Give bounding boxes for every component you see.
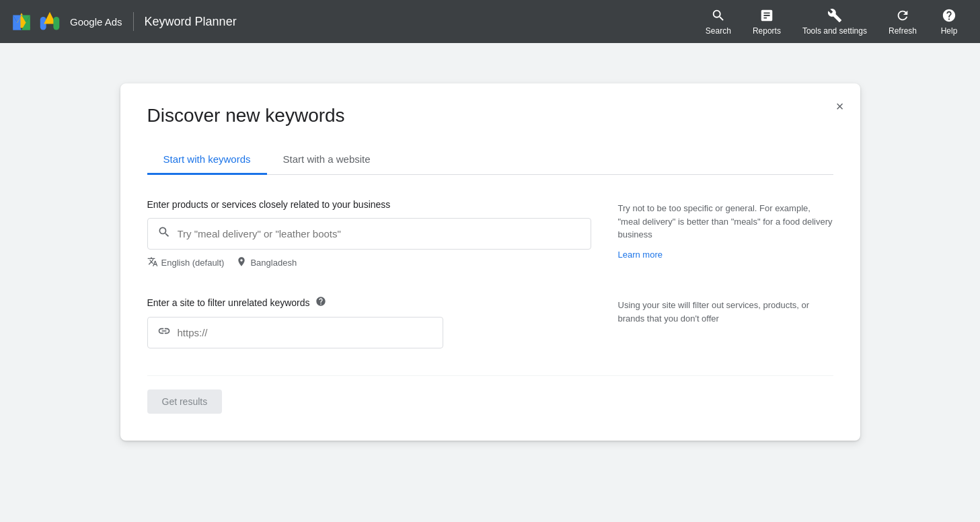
search-nav-label: Search	[706, 26, 731, 36]
site-filter-left: Enter a site to filter unrelated keyword…	[147, 296, 591, 348]
keyword-left: Enter products or services closely relat…	[147, 199, 591, 269]
modal-card: × Discover new keywords Start with keywo…	[120, 83, 860, 441]
site-filter-section: Enter a site to filter unrelated keyword…	[147, 296, 833, 348]
tab-website[interactable]: Start with a website	[267, 145, 387, 175]
tools-icon	[827, 8, 842, 25]
link-icon	[157, 324, 171, 341]
site-filter-hint-text: Using your site will filter out services…	[618, 299, 833, 325]
header-divider	[133, 12, 134, 31]
nav-tools[interactable]: Tools and settings	[793, 4, 876, 40]
nav-refresh[interactable]: Refresh	[879, 4, 926, 40]
app-header: Google Ads Keyword Planner Search Report…	[0, 0, 980, 43]
tabs-container: Start with keywords Start with a website	[147, 145, 833, 175]
logo-container: Google Ads	[11, 11, 122, 32]
input-meta: English (default) Bangladesh	[147, 256, 591, 269]
reports-icon	[759, 8, 774, 25]
site-filter-hint: Using your site will filter out services…	[618, 296, 833, 348]
keyword-input[interactable]	[178, 228, 581, 239]
header-nav: Search Reports Tools and settings Refres…	[696, 4, 969, 40]
modal-footer: Get results	[147, 375, 833, 414]
url-input[interactable]	[178, 327, 433, 338]
language-icon	[147, 256, 158, 269]
site-label-row: Enter a site to filter unrelated keyword…	[147, 296, 591, 309]
get-results-button[interactable]: Get results	[147, 389, 223, 414]
keyword-hint-text: Try not to be too specific or general. F…	[618, 202, 833, 241]
google-ads-icon	[39, 11, 61, 32]
refresh-icon	[895, 8, 910, 25]
nav-reports[interactable]: Reports	[743, 4, 790, 40]
url-input-wrapper[interactable]	[147, 317, 443, 348]
keyword-search-icon	[157, 225, 171, 242]
reports-nav-label: Reports	[753, 26, 781, 36]
page-title: Keyword Planner	[145, 15, 237, 29]
keyword-field-label: Enter products or services closely relat…	[147, 199, 591, 210]
language-text: English (default)	[161, 258, 225, 268]
app-name: Google Ads	[70, 16, 122, 28]
modal-title: Discover new keywords	[147, 105, 833, 126]
tab-keywords[interactable]: Start with keywords	[147, 145, 267, 175]
site-help-icon[interactable]	[315, 296, 326, 309]
main-content: × Discover new keywords Start with keywo…	[0, 43, 980, 522]
refresh-nav-label: Refresh	[889, 26, 917, 36]
google-ads-logo	[11, 11, 32, 32]
help-icon	[942, 8, 956, 25]
site-label: Enter a site to filter unrelated keyword…	[147, 297, 310, 308]
keyword-section: Enter products or services closely relat…	[147, 199, 833, 269]
nav-help[interactable]: Help	[929, 4, 969, 40]
nav-search[interactable]: Search	[696, 4, 741, 40]
search-icon	[711, 8, 726, 25]
help-nav-label: Help	[941, 26, 958, 36]
location-selector[interactable]: Bangladesh	[236, 256, 297, 269]
learn-more-link[interactable]: Learn more	[618, 250, 663, 260]
keyword-input-wrapper[interactable]	[147, 218, 591, 250]
location-icon	[236, 256, 247, 269]
svg-rect-12	[53, 17, 59, 30]
language-selector[interactable]: English (default)	[147, 256, 225, 269]
tools-nav-label: Tools and settings	[802, 26, 867, 36]
keyword-hint: Try not to be too specific or general. F…	[618, 199, 833, 269]
modal-close-button[interactable]: ×	[833, 97, 847, 116]
location-text: Bangladesh	[250, 258, 297, 268]
